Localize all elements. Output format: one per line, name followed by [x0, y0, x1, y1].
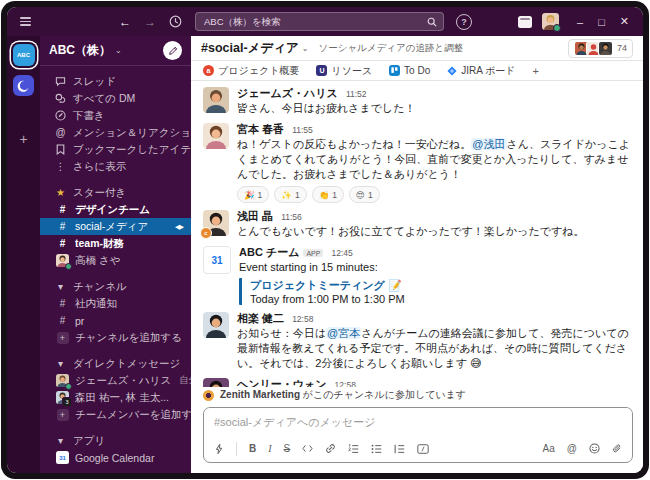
sender-name[interactable]: ジェームズ・ハリス	[237, 87, 338, 99]
avatar[interactable]: c	[203, 210, 229, 236]
reaction-pill[interactable]: 🎉1	[237, 186, 269, 203]
workspace-name[interactable]: ABC（株）	[49, 42, 111, 59]
close-button[interactable]: ✕	[620, 15, 629, 28]
section-starred[interactable]: ★ スター付き	[40, 184, 191, 201]
sidebar-item-mentions[interactable]: @ メンション＆リアクション	[40, 124, 191, 141]
channel-social-media-active[interactable]: # social-メディア ◀▶	[40, 218, 191, 235]
avatar[interactable]	[203, 378, 229, 387]
tab-todo[interactable]: To Do	[389, 65, 430, 76]
shortcuts-icon[interactable]	[214, 443, 224, 455]
new-message-button[interactable]	[163, 41, 182, 60]
add-channel-button[interactable]: + チャンネルを追加する	[40, 329, 191, 346]
code-block-icon[interactable]	[417, 444, 429, 454]
message-input[interactable]	[204, 408, 632, 435]
emoji-picker-icon[interactable]	[589, 443, 600, 454]
sender-name[interactable]: 相楽 健二	[237, 312, 284, 324]
member-count-button[interactable]: 74	[568, 39, 633, 58]
search-bar[interactable]	[195, 12, 444, 31]
screen-share-icon[interactable]	[518, 16, 532, 28]
section-direct-messages[interactable]: ▾ ダイレクトメッセージ	[40, 355, 191, 372]
timestamp[interactable]: 12:58	[292, 314, 313, 324]
avatar[interactable]	[203, 87, 229, 113]
ordered-list-icon[interactable]	[348, 444, 359, 454]
help-icon[interactable]: ?	[456, 14, 472, 30]
italic-button[interactable]: I	[268, 443, 271, 454]
channel-topic[interactable]: ソーシャルメディアの追跡と調整	[318, 42, 463, 55]
message-composer[interactable]: B I S Aa @	[203, 407, 633, 463]
reaction-pill[interactable]: 👏1	[312, 186, 344, 203]
code-button[interactable]	[302, 444, 313, 453]
channel-design-team[interactable]: # デザインチーム	[40, 201, 191, 218]
todo-board-icon	[389, 65, 400, 76]
sidebar-item-saved[interactable]: ブックマークしたアイテム	[40, 141, 191, 158]
dm-label: 高橋 さや	[75, 254, 120, 268]
bullet-list-icon[interactable]	[371, 444, 382, 454]
add-workspace-button[interactable]: +	[19, 131, 27, 147]
app-label: Google Calendar	[75, 452, 154, 464]
blockquote-icon[interactable]	[394, 444, 405, 454]
sidebar-item-label: ブックマークしたアイテム	[73, 143, 191, 157]
timestamp[interactable]: 11:56	[281, 212, 302, 222]
history-back-button[interactable]: ←	[119, 15, 131, 29]
sidebar-item-threads[interactable]: スレッド	[40, 73, 191, 90]
tab-project-overview[interactable]: a プロジェクト概要	[203, 64, 299, 78]
avatar[interactable]	[203, 123, 229, 149]
jira-icon	[447, 66, 457, 76]
minimize-button[interactable]: –	[577, 16, 583, 28]
channel-pr[interactable]: # pr	[40, 312, 191, 329]
sender-name[interactable]: 浅田 晶	[237, 210, 273, 222]
workspace-header[interactable]: ABC（株） ⌄	[40, 36, 191, 66]
more-dots-icon: ⋮	[54, 161, 67, 172]
message-list[interactable]: ジェームズ・ハリス 11:52 皆さん、今日はお疲れさまでした！ 宮本 春香 1…	[191, 81, 643, 387]
reaction-pill[interactable]: ✨1	[274, 186, 306, 203]
user-avatar[interactable]	[542, 13, 559, 30]
dm-takahashi[interactable]: 高橋 さや	[40, 252, 191, 269]
avatar	[56, 254, 69, 267]
maximize-button[interactable]: □	[598, 16, 605, 28]
tab-jira-board[interactable]: JIRA ボード	[447, 64, 515, 78]
section-label: アプリ	[73, 434, 105, 448]
channel-internal-notice[interactable]: # 社内通知	[40, 295, 191, 312]
timestamp[interactable]: 12:58	[335, 380, 356, 387]
sidebar-item-all-dms[interactable]: すべての DM	[40, 90, 191, 107]
section-channels[interactable]: ▾ チャンネル	[40, 278, 191, 295]
avatar[interactable]	[203, 312, 229, 338]
user-mention[interactable]: @宮本	[326, 327, 361, 339]
sidebar-item-more[interactable]: ⋮ さらに表示	[40, 158, 191, 175]
channel-name[interactable]: #social-メディア	[201, 40, 299, 57]
attachment-icon[interactable]	[612, 443, 622, 454]
app-name[interactable]: Zenith Marketing	[220, 389, 300, 400]
search-input[interactable]	[202, 15, 427, 28]
timestamp[interactable]: 12:45	[331, 248, 352, 258]
reaction-pill[interactable]: 😍1	[349, 186, 380, 203]
tab-resources[interactable]: U リソース	[316, 64, 372, 78]
add-tab-button[interactable]: +	[533, 65, 539, 77]
timestamp[interactable]: 11:52	[346, 89, 367, 99]
section-apps[interactable]: ▾ アプリ	[40, 432, 191, 449]
dm-label: ジェームズ・ハリス	[75, 374, 171, 388]
dm-group-morita[interactable]: 3 森田 祐一, 林 圭太...	[40, 389, 191, 406]
add-teammate-button[interactable]: + チームメンバーを追加する	[40, 406, 191, 423]
app-google-calendar[interactable]: 31 Google Calendar	[40, 449, 191, 466]
text-format-button[interactable]: Aa	[543, 443, 555, 454]
event-link[interactable]: プロジェクトミーティング 📝	[250, 278, 633, 293]
mention-button[interactable]: @	[567, 443, 577, 454]
history-clock-icon[interactable]	[169, 15, 182, 28]
sender-name[interactable]: ABC チーム	[239, 246, 299, 258]
link-icon[interactable]	[325, 443, 336, 454]
bold-button[interactable]: B	[249, 443, 256, 454]
sender-name[interactable]: 宮本 春香	[237, 123, 284, 135]
channel-team-finance[interactable]: # team-財務	[40, 235, 191, 252]
workspace-button-abc[interactable]: ABC	[13, 44, 35, 66]
history-forward-button[interactable]: →	[144, 15, 156, 29]
google-calendar-icon[interactable]: 31	[203, 246, 231, 274]
user-mention[interactable]: @浅田	[471, 138, 506, 150]
sender-name[interactable]: ヘンリー・ウォン	[237, 378, 327, 387]
timestamp[interactable]: 11:55	[292, 125, 313, 135]
strikethrough-button[interactable]: S	[284, 443, 291, 454]
menu-icon[interactable]	[20, 17, 31, 25]
app-join-notice: Zenith Marketing がこのチャンネルに参加しています	[191, 387, 643, 406]
sidebar-item-drafts[interactable]: 下書き	[40, 107, 191, 124]
workspace-button-secondary[interactable]	[13, 75, 34, 96]
dm-james-self[interactable]: ジェームズ・ハリス 自分	[40, 372, 191, 389]
